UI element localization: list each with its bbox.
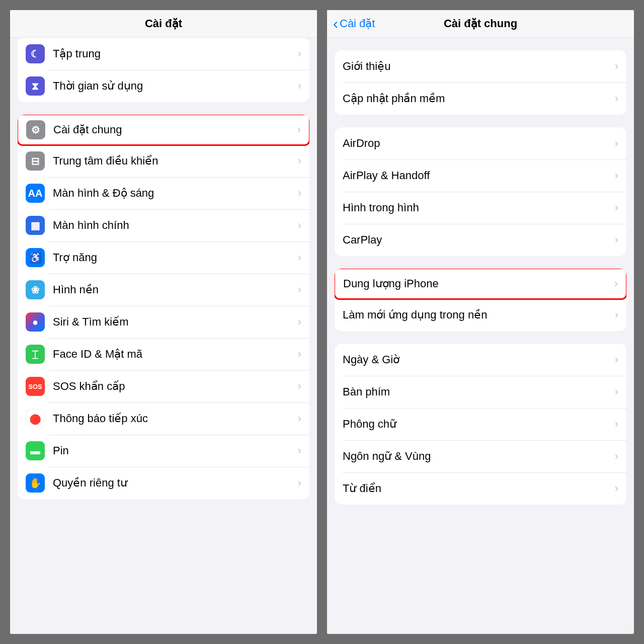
settings-row[interactable]: CarPlay› bbox=[335, 224, 626, 256]
settings-row-label: Hình nền bbox=[53, 283, 298, 296]
chevron-right-icon: › bbox=[615, 233, 618, 247]
chevron-right-icon: › bbox=[297, 123, 301, 136]
chevron-right-icon: › bbox=[615, 450, 618, 463]
exposure-icon: ⬤ bbox=[26, 409, 45, 428]
settings-row[interactable]: ⧗Thời gian sử dụng› bbox=[18, 70, 309, 102]
settings-row[interactable]: ●Siri & Tìm kiếm› bbox=[18, 306, 309, 338]
chevron-right-icon: › bbox=[298, 315, 301, 329]
settings-row[interactable]: Phông chữ› bbox=[335, 408, 626, 440]
settings-row-label: SOS khẩn cấp bbox=[53, 380, 298, 393]
settings-row[interactable]: Ngôn ngữ & Vùng› bbox=[335, 440, 626, 472]
chevron-left-icon: ‹ bbox=[333, 16, 338, 31]
settings-row-label: Làm mới ứng dụng trong nền bbox=[343, 308, 615, 321]
faceid-icon: ⌶ bbox=[26, 345, 45, 364]
content-right: Giới thiệu›Cập nhật phần mềm›AirDrop›Air… bbox=[327, 38, 634, 634]
settings-row[interactable]: ⊟Trung tâm điều khiển› bbox=[18, 145, 309, 177]
settings-row[interactable]: Bàn phím› bbox=[335, 376, 626, 408]
settings-row[interactable]: AAMàn hình & Độ sáng› bbox=[18, 177, 309, 209]
settings-panel-right: ‹ Cài đặt Cài đặt chung Giới thiệu›Cập n… bbox=[327, 10, 634, 634]
settings-row-label: Hình trong hình bbox=[343, 201, 615, 214]
settings-row-label: Cập nhật phần mềm bbox=[343, 92, 615, 105]
chevron-right-icon: › bbox=[615, 353, 618, 366]
settings-row-label: Phông chữ bbox=[343, 418, 615, 431]
header-left: Cài đặt bbox=[10, 10, 317, 38]
chevron-right-icon: › bbox=[615, 308, 618, 321]
battery-icon: ▬ bbox=[26, 441, 45, 460]
chevron-right-icon: › bbox=[614, 277, 618, 290]
settings-row[interactable]: Hình trong hình› bbox=[335, 192, 626, 224]
chevron-right-icon: › bbox=[615, 482, 618, 495]
chevron-right-icon: › bbox=[298, 444, 301, 457]
settings-row-label: Bàn phím bbox=[343, 385, 615, 398]
focus-icon: ☾ bbox=[26, 44, 45, 63]
chevron-right-icon: › bbox=[298, 380, 301, 393]
settings-row-label: CarPlay bbox=[343, 233, 615, 247]
settings-row-label: Màn hình & Độ sáng bbox=[53, 187, 298, 200]
settings-row[interactable]: ▬Pin› bbox=[18, 435, 309, 467]
settings-group: Giới thiệu›Cập nhật phần mềm› bbox=[335, 50, 626, 115]
chevron-right-icon: › bbox=[615, 418, 618, 431]
chevron-right-icon: › bbox=[615, 137, 618, 150]
settings-row[interactable]: Dung lượng iPhone› bbox=[335, 269, 626, 300]
settings-row[interactable]: ⬤Thông báo tiếp xúc› bbox=[18, 403, 309, 435]
settings-group: Ngày & Giờ›Bàn phím›Phông chữ›Ngôn ngữ &… bbox=[335, 344, 626, 505]
wallpaper-icon: ❀ bbox=[26, 280, 45, 299]
settings-row-label: AirPlay & Handoff bbox=[343, 169, 615, 182]
settings-row[interactable]: Ngày & Giờ› bbox=[335, 344, 626, 376]
settings-row-label: Thời gian sử dụng bbox=[53, 79, 298, 93]
chevron-right-icon: › bbox=[298, 412, 301, 425]
chevron-right-icon: › bbox=[298, 79, 301, 93]
settings-row[interactable]: ☾Tập trung› bbox=[18, 38, 309, 70]
content-left: ☾Tập trung›⧗Thời gian sử dụng›⚙Cài đặt c… bbox=[10, 38, 317, 634]
settings-row-label: Ngày & Giờ bbox=[343, 353, 615, 366]
settings-row[interactable]: ⌶Face ID & Mật mã› bbox=[18, 338, 309, 370]
settings-row-label: Thông báo tiếp xúc bbox=[53, 412, 298, 425]
back-label: Cài đặt bbox=[340, 17, 375, 30]
home-screen-icon: ▦ bbox=[26, 216, 45, 235]
settings-row-label: Siri & Tìm kiếm bbox=[53, 315, 298, 329]
settings-row[interactable]: ▦Màn hình chính› bbox=[18, 209, 309, 242]
settings-row[interactable]: AirPlay & Handoff› bbox=[335, 159, 626, 192]
settings-row-label: Màn hình chính bbox=[53, 219, 298, 232]
chevron-right-icon: › bbox=[615, 60, 618, 73]
settings-row-label: Quyền riêng tư bbox=[53, 476, 298, 490]
settings-row[interactable]: SOSSOS khẩn cấp› bbox=[18, 370, 309, 403]
settings-row-label: Cài đặt chung bbox=[53, 123, 297, 136]
settings-row[interactable]: ❀Hình nền› bbox=[18, 274, 309, 306]
general-icon: ⚙ bbox=[26, 120, 45, 139]
settings-row[interactable]: ♿Trợ năng› bbox=[18, 242, 309, 274]
settings-row[interactable]: Làm mới ứng dụng trong nền› bbox=[335, 299, 626, 331]
control-center-icon: ⊟ bbox=[26, 151, 45, 171]
page-title-right: Cài đặt chung bbox=[444, 17, 517, 30]
settings-group: ☾Tập trung›⧗Thời gian sử dụng› bbox=[18, 38, 309, 102]
settings-row[interactable]: AirDrop› bbox=[335, 127, 626, 159]
settings-group: Dung lượng iPhone›Làm mới ứng dụng trong… bbox=[335, 269, 626, 331]
settings-row-label: Tập trung bbox=[53, 47, 298, 60]
settings-group: ⚙Cài đặt chung›⊟Trung tâm điều khiển›AAM… bbox=[18, 115, 309, 499]
page-title-left: Cài đặt bbox=[145, 17, 182, 30]
chevron-right-icon: › bbox=[615, 385, 618, 398]
settings-row-label: Từ điển bbox=[343, 482, 615, 495]
settings-row[interactable]: Cập nhật phần mềm› bbox=[335, 83, 626, 115]
settings-row-label: AirDrop bbox=[343, 137, 615, 150]
settings-row-label: Face ID & Mật mã bbox=[53, 348, 298, 361]
settings-panel-left: Cài đặt ☾Tập trung›⧗Thời gian sử dụng›⚙C… bbox=[10, 10, 317, 634]
accessibility-icon: ♿ bbox=[26, 248, 45, 267]
settings-row[interactable]: ✋Quyền riêng tư› bbox=[18, 467, 309, 499]
chevron-right-icon: › bbox=[298, 283, 301, 296]
back-button[interactable]: ‹ Cài đặt bbox=[333, 16, 375, 31]
settings-row[interactable]: Giới thiệu› bbox=[335, 50, 626, 83]
chevron-right-icon: › bbox=[615, 169, 618, 182]
header-right: ‹ Cài đặt Cài đặt chung bbox=[327, 10, 634, 38]
display-icon: AA bbox=[26, 184, 45, 203]
chevron-right-icon: › bbox=[615, 92, 618, 105]
screentime-icon: ⧗ bbox=[26, 76, 45, 96]
settings-row-label: Trợ năng bbox=[53, 251, 298, 264]
chevron-right-icon: › bbox=[298, 251, 301, 264]
settings-row[interactable]: ⚙Cài đặt chung› bbox=[18, 115, 309, 146]
settings-row[interactable]: Từ điển› bbox=[335, 472, 626, 505]
settings-group: AirDrop›AirPlay & Handoff›Hình trong hìn… bbox=[335, 127, 626, 256]
chevron-right-icon: › bbox=[298, 154, 301, 168]
chevron-right-icon: › bbox=[298, 476, 301, 490]
settings-row-label: Dung lượng iPhone bbox=[343, 277, 614, 290]
